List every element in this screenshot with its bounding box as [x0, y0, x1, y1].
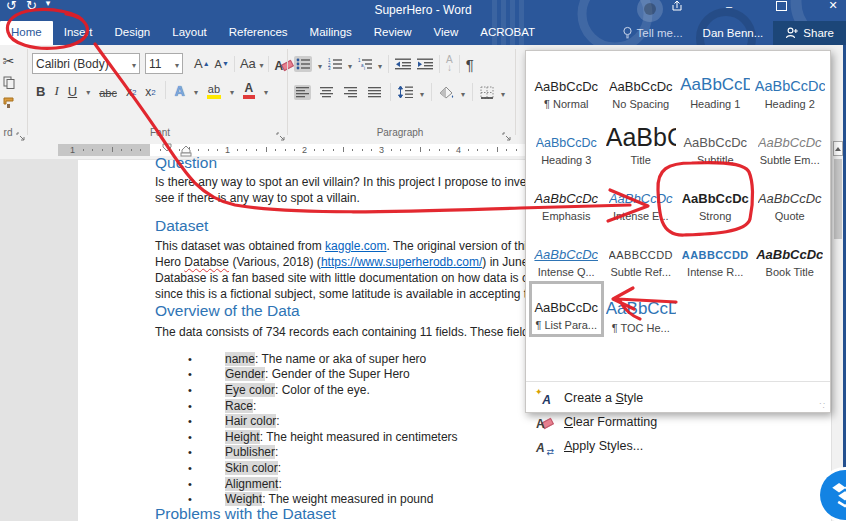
show-hide-pilcrow-button[interactable]: ¶ [466, 56, 474, 73]
align-right-button[interactable] [342, 85, 359, 100]
style-item-normal[interactable]: AaBbCcDc¶ Normal [529, 57, 604, 113]
highlight-color-button[interactable]: ab [207, 83, 221, 99]
style-item-strong[interactable]: AaBbCcDcStrong [678, 169, 753, 225]
user-account[interactable]: Dan Benn... [693, 21, 774, 45]
hyperlink[interactable]: kaggle.com [325, 239, 386, 253]
style-preview: AaBbCcDc [534, 80, 598, 94]
create-style-menu-item[interactable]: Create a Style [526, 386, 830, 410]
line-spacing-dropdown[interactable] [420, 83, 424, 101]
style-item-no-spacing[interactable]: AaBbCcDcNo Spacing [604, 57, 679, 113]
superscript-button[interactable]: x2 [145, 85, 155, 99]
font-color-dropdown[interactable] [264, 81, 268, 99]
font-color-button[interactable]: A [243, 81, 255, 99]
hyperlink[interactable]: https://www.superherodb.com/ [321, 255, 482, 269]
style-item-heading-2[interactable]: AaBbCcDcHeading 2 [753, 57, 828, 113]
font-size-select[interactable]: 11 [145, 53, 183, 74]
apply-styles-menu-item[interactable]: Apply Styles... [526, 434, 830, 458]
style-item-subtle-ref[interactable]: AABBCCDDSubtle Ref... [604, 225, 679, 281]
style-item-quote[interactable]: AaBbCcDcQuote [753, 169, 828, 225]
multilevel-dropdown[interactable] [378, 55, 382, 73]
underline-dropdown[interactable] [86, 81, 90, 99]
text-effects-dropdown[interactable] [194, 81, 198, 99]
style-item-intense-q[interactable]: AaBbCcDcIntense Q... [529, 225, 604, 281]
bullet-item-gender: •Gender: Gender of the Super Hero [155, 367, 458, 383]
share-button[interactable]: Share [773, 21, 846, 45]
scroll-up-button[interactable] [833, 141, 843, 156]
upload-icon[interactable] [670, 0, 684, 12]
style-item-book-title[interactable]: AaBbCcDcBook Title [753, 225, 828, 281]
bullet-item-height: •Height: The height measured in centimet… [155, 429, 458, 445]
shading-button[interactable] [439, 86, 454, 99]
style-item-list-para[interactable]: AaBbCcDc¶ List Para... [529, 281, 604, 337]
style-item-title[interactable]: AaBbCcDcTitle [604, 113, 679, 169]
shading-dropdown[interactable] [461, 83, 465, 101]
style-item-subtitle[interactable]: AaBbCcDcSubtitle [678, 113, 753, 169]
borders-dropdown[interactable] [501, 83, 505, 101]
style-item-emphasis[interactable]: AaBbCcDcEmphasis [529, 169, 604, 225]
tab-insert[interactable]: Insert [53, 21, 104, 45]
clear-formatting-menu-item[interactable]: Clear Formatting [526, 410, 830, 434]
increase-indent-button[interactable] [417, 58, 433, 70]
style-item-intense-r[interactable]: AABBCCDDIntense R... [678, 225, 753, 281]
clear-formatting-button[interactable] [274, 57, 292, 71]
tab-layout[interactable]: Layout [161, 21, 218, 45]
shrink-font-button[interactable]: A▼ [215, 58, 229, 70]
numbering-dropdown[interactable] [348, 55, 352, 73]
style-item-subtle-em[interactable]: AaBbCcDcSubtle Em... [753, 113, 828, 169]
copy-icon[interactable] [3, 76, 15, 89]
panel-resize-handle[interactable]: ·· · [819, 402, 827, 410]
ruler-tick [429, 149, 430, 151]
ruler-number: 4 [456, 144, 461, 156]
ruler-tick [198, 149, 199, 151]
clipboard-dialog-launcher[interactable] [16, 128, 26, 138]
close-button[interactable]: ✕ [826, 0, 840, 12]
italic-button[interactable]: I [54, 83, 58, 99]
tab-mailings[interactable]: Mailings [299, 21, 363, 45]
paragraph-dialog-launcher[interactable] [502, 128, 512, 138]
tab-home[interactable]: Home [0, 21, 53, 45]
multilevel-list-button[interactable]: 1ai [358, 58, 372, 70]
decrease-indent-button[interactable] [395, 58, 411, 70]
line-spacing-button[interactable] [398, 86, 413, 98]
style-label: Intense E... [613, 210, 669, 222]
subscript-button[interactable]: x2 [126, 85, 136, 99]
scrollbar-thumb[interactable] [834, 159, 842, 239]
style-item-heading-1[interactable]: AaBbCcDcHeading 1 [678, 57, 753, 113]
justify-button[interactable] [366, 85, 383, 100]
highlight-dropdown[interactable] [230, 81, 234, 99]
styles-menu: Create a Style Clear Formatting Apply St… [526, 381, 830, 458]
tell-me-box[interactable]: Tell me... [612, 21, 693, 45]
bullet-item-publisher: •Publisher: [155, 445, 458, 461]
bullets-button[interactable] [294, 56, 312, 72]
align-left-button[interactable] [294, 85, 311, 100]
cut-icon[interactable] [3, 53, 15, 69]
word-app-window: { "window": { "title": "SuperHero - Word… [0, 0, 846, 521]
maximize-button[interactable] [774, 0, 788, 12]
tab-design[interactable]: Design [103, 21, 161, 45]
style-item-intense-e[interactable]: AaBbCcDcIntense E... [604, 169, 679, 225]
style-item-heading-3[interactable]: AaBbCcDcHeading 3 [529, 113, 604, 169]
underline-button[interactable]: U [68, 84, 77, 99]
change-case-button[interactable]: Aa [240, 56, 264, 71]
text-effects-button[interactable]: A [175, 83, 185, 99]
font-name-select[interactable]: Calibri (Body) [32, 53, 140, 74]
minimize-button[interactable]: – [722, 0, 736, 12]
numbering-button[interactable]: 123 [328, 58, 342, 70]
style-item-toc-he[interactable]: AaBbCcDc¶ TOC He... [604, 281, 679, 337]
strikethrough-button[interactable]: abc [99, 87, 117, 99]
tab-review[interactable]: Review [363, 21, 423, 45]
sort-button[interactable]: A↓ [446, 56, 453, 72]
ruler-number: 1 [225, 144, 230, 156]
grow-font-button[interactable]: A▲ [194, 56, 210, 71]
borders-button[interactable] [480, 86, 494, 99]
font-dialog-launcher[interactable] [276, 128, 286, 138]
bullets-dropdown[interactable] [318, 55, 322, 73]
tab-acrobat[interactable]: ACROBAT [469, 21, 546, 45]
tab-references[interactable]: References [218, 21, 299, 45]
bold-button[interactable]: B [36, 84, 45, 99]
font-size-value: 11 [149, 57, 161, 71]
format-painter-icon[interactable] [2, 96, 15, 109]
align-center-button[interactable] [318, 85, 335, 100]
field-description: : The name or aka of super hero [255, 352, 426, 366]
tab-view[interactable]: View [423, 21, 470, 45]
